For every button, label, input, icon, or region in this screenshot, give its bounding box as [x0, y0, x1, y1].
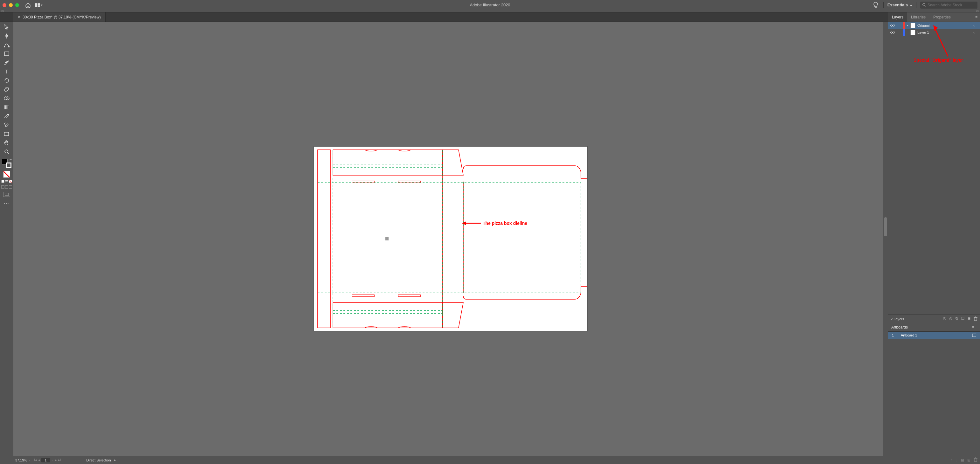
panel-menu-button[interactable]: ≡ — [973, 15, 980, 19]
document-tab[interactable]: × 30x30 Pizza Box* @ 37.19% (CMYK/Previe… — [13, 13, 105, 22]
fill-stroke-control[interactable]: ⤺ — [2, 159, 11, 168]
symbol-sprayer-tool[interactable] — [2, 121, 11, 129]
direct-selection-tool[interactable] — [2, 23, 11, 31]
screen-mode-button[interactable] — [3, 192, 10, 197]
svg-rect-2 — [38, 5, 40, 7]
artboard-tool[interactable] — [2, 130, 11, 138]
zoom-tool[interactable] — [2, 148, 11, 156]
learn-button[interactable] — [872, 1, 880, 9]
last-artboard-button[interactable]: ▸I — [58, 458, 61, 462]
make-clipping-mask-button[interactable]: ⧉ — [956, 316, 958, 322]
annotation-origami-layer: Special "Origami" layer — [913, 57, 963, 63]
target-layer-button[interactable]: ○ — [971, 24, 977, 27]
new-sublayer-button[interactable]: ❏ — [961, 316, 964, 322]
svg-rect-57 — [974, 458, 977, 461]
expand-layer-button[interactable] — [905, 24, 910, 27]
search-icon — [922, 3, 926, 7]
edit-toolbar-button[interactable]: ··· — [4, 201, 9, 206]
next-artboard-button[interactable]: ▸ — [55, 458, 57, 462]
chevron-down-icon: ▾ — [41, 3, 43, 7]
rotate-tool[interactable] — [2, 77, 11, 84]
svg-rect-19 — [5, 132, 9, 136]
paintbrush-tool[interactable] — [2, 59, 11, 67]
svg-line-6 — [925, 5, 926, 6]
stroke-swatch[interactable] — [6, 163, 11, 168]
draw-mode-row — [1, 185, 12, 188]
search-input[interactable] — [928, 3, 975, 7]
svg-point-16 — [4, 123, 5, 124]
layer-row-origami[interactable]: Origami ○ — [888, 22, 980, 29]
artboard-row[interactable]: 1 Artboard 1 — [888, 332, 980, 339]
minimize-window-button[interactable] — [9, 3, 13, 7]
new-layer-button[interactable]: ⊞ — [967, 316, 970, 322]
rearrange-artboards-button[interactable]: ⊞ — [961, 458, 964, 462]
locate-object-button[interactable]: ◎ — [949, 316, 952, 322]
eraser-tool[interactable] — [2, 86, 11, 93]
scrollbar-thumb[interactable] — [884, 217, 887, 236]
layer-row-layer1[interactable]: Layer 1 ○ — [888, 29, 980, 36]
svg-rect-32 — [352, 295, 374, 297]
draw-inside-button[interactable] — [9, 185, 12, 188]
hand-tool[interactable] — [2, 139, 11, 147]
home-button[interactable] — [24, 1, 32, 9]
color-button[interactable] — [1, 180, 5, 183]
status-flyout-icon[interactable]: ▸ — [114, 458, 116, 462]
artboard-name[interactable]: Artboard 1 — [898, 333, 970, 337]
tab-layers[interactable]: Layers — [888, 13, 907, 22]
shape-builder-tool[interactable] — [2, 94, 11, 102]
export-layer-button[interactable]: ⇱ — [943, 316, 946, 322]
svg-text:T: T — [5, 69, 8, 74]
app-menubar: ▾ Adobe Illustrator 2020 Essentials ⌄ — [0, 0, 980, 10]
chevron-down-icon: ⌄ — [51, 459, 54, 462]
pen-tool[interactable] — [2, 32, 11, 40]
artboard-index-field[interactable]: 1 — [41, 458, 49, 462]
draw-normal-button[interactable] — [1, 185, 5, 188]
artboard-orientation-button[interactable] — [970, 333, 978, 337]
svg-point-50 — [892, 32, 893, 33]
tab-libraries[interactable]: Libraries — [907, 13, 929, 22]
visibility-toggle[interactable] — [888, 31, 897, 34]
swap-fill-stroke-icon[interactable]: ⤺ — [10, 158, 12, 161]
arrange-documents-button[interactable]: ▾ — [35, 1, 43, 9]
close-window-button[interactable] — [3, 3, 6, 7]
layer-name[interactable]: Origami — [917, 24, 971, 27]
first-artboard-button[interactable]: I◂ — [34, 458, 37, 462]
divider — [916, 2, 916, 8]
control-bar-collapsed[interactable] — [0, 10, 980, 13]
artboard-index: 1 — [888, 333, 898, 337]
new-artboard-button[interactable]: ⊞ — [967, 458, 970, 462]
delete-artboard-button[interactable] — [974, 457, 977, 463]
curvature-tool[interactable] — [2, 41, 11, 49]
prev-artboard-button[interactable]: ◂ — [38, 458, 40, 462]
vertical-scrollbar[interactable] — [883, 22, 888, 456]
none-button[interactable] — [9, 180, 12, 183]
maximize-window-button[interactable] — [15, 3, 19, 7]
artboard[interactable]: The pizza box dieline — [314, 147, 587, 331]
rectangle-tool[interactable] — [2, 50, 11, 57]
eyedropper-tool[interactable] — [2, 112, 11, 120]
draw-behind-button[interactable] — [5, 185, 8, 188]
search-field[interactable] — [920, 2, 977, 9]
workspace-switcher[interactable]: Essentials ⌄ — [888, 3, 912, 7]
no-fill-button[interactable] — [3, 171, 10, 178]
delete-layer-button[interactable] — [974, 316, 977, 322]
tab-properties[interactable]: Properties — [929, 13, 955, 22]
canvas-area[interactable]: The pizza box dieline — [13, 22, 888, 456]
svg-rect-56 — [972, 333, 976, 337]
panel-menu-button[interactable]: ≡ — [969, 325, 977, 330]
layer-name[interactable]: Layer 1 — [917, 30, 971, 34]
visibility-toggle[interactable] — [888, 24, 897, 27]
home-icon — [25, 2, 31, 8]
eye-icon — [890, 31, 895, 34]
target-layer-button[interactable]: ○ — [971, 30, 977, 34]
artboards-panel-header[interactable]: Artboards ≡ — [888, 323, 980, 332]
gradient-button[interactable] — [5, 180, 8, 183]
svg-point-18 — [4, 124, 5, 125]
gradient-tool[interactable] — [2, 104, 11, 111]
zoom-level-dropdown[interactable]: 37.19% ⌄ — [15, 458, 31, 462]
close-tab-button[interactable]: × — [18, 15, 20, 19]
current-tool-label: Direct Selection — [86, 458, 111, 462]
type-tool[interactable]: T — [2, 68, 11, 75]
move-artboard-up-button[interactable]: ↑ — [951, 458, 953, 462]
move-artboard-down-button[interactable]: ↓ — [956, 458, 958, 462]
